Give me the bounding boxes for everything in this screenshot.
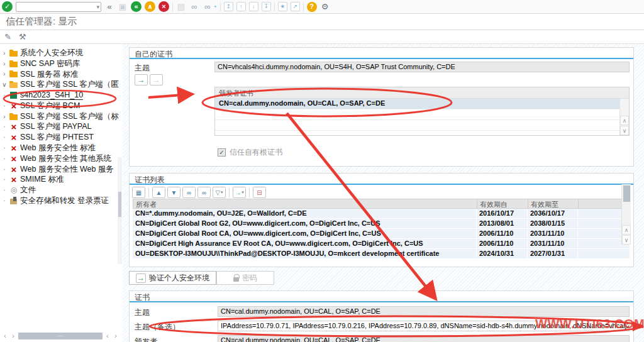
find-next-icon[interactable]: ∞ [197,187,211,198]
tree-item-label: s4h2023_S4H_10 [20,91,83,100]
tree-item[interactable]: · Web 服务安全性 标准 [0,143,123,153]
issuer-row[interactable] [215,109,621,120]
previous-page-icon[interactable]: ↑ [236,2,246,11]
scroll-right-icon[interactable]: › [10,333,16,339]
scroll-down-icon[interactable]: ∨ [620,126,629,135]
help-icon[interactable]: ? [307,2,317,12]
tree-expander-icon[interactable]: · [1,123,8,130]
scroll-up-icon[interactable]: ∧ [620,116,629,125]
grid-vertical-scrollbar[interactable]: ∧ ∨ [621,184,631,245]
scrollbar-thumb[interactable] [118,192,121,217]
detail-issuer-field[interactable]: CN=cal.dummy.nodomain, OU=CAL, O=SAP, C=… [218,335,630,342]
title-bar: 信任管理器: 显示 [0,14,644,30]
chevron-down-icon[interactable]: ▾ [96,4,99,10]
scroll-left-icon[interactable]: ‹ [104,333,111,339]
tree-item[interactable]: · SMIME 标准 [0,175,123,185]
first-page-icon[interactable]: ↥ [224,2,233,11]
back-icon[interactable]: « [131,1,142,12]
tree-vertical-scrollbar[interactable] [118,157,122,264]
next-page-icon[interactable]: ↓ [249,2,258,11]
command-field[interactable]: ▾ [16,2,101,12]
scrollbar-thumb[interactable] [623,185,630,202]
table-row[interactable]: OU=DESKTOP-I3MOUJU\\ThinkPad@DESKTOP-I3M… [133,249,630,259]
collapse-icon[interactable]: « [104,2,114,11]
last-page-icon[interactable]: ↧ [262,2,271,11]
scroll-down-icon[interactable]: ∨ [622,235,631,245]
tree-expander-icon[interactable]: · [1,155,8,162]
table-row[interactable]: CN=DigiCert High Assurance EV Root CA, O… [133,239,630,249]
tree-expander-icon[interactable]: · [1,197,8,204]
issuer-row[interactable] [215,120,621,131]
tree-item[interactable]: · SSL 客户端 PAYPAL [0,122,123,133]
tree-item[interactable]: › 系统个人安全环境 [0,48,123,58]
cancel-icon[interactable]: × [158,1,169,12]
issuer-row[interactable]: CN=cal.dummy.nodomain, OU=CAL, O=SAP, C=… [215,99,621,109]
trust-own-root-checkbox[interactable]: ✓ [218,148,226,157]
export-certificate-button[interactable]: → [135,74,148,86]
save-icon[interactable]: ▣ [118,2,128,11]
sort-descending-icon[interactable]: ▼ [167,187,180,198]
table-row[interactable]: CN=*.dummy.nodomain, OU=J2E, O=Walldorf,… [133,209,630,219]
tree-item[interactable]: › SSL 服务器 标准 [0,69,123,80]
tree-expander-icon[interactable]: › [1,113,8,120]
tree-item[interactable]: · Web 服务安全性 Web 服务 [0,164,123,175]
filter-icon[interactable]: ▽▾ [213,187,226,198]
find-next-icon[interactable]: ∞ [203,2,213,11]
settings-gear-icon[interactable]: ⚙ [320,2,330,11]
detail-subject-field[interactable]: CN=cal.dummy.nodomain, OU=CAL, O=SAP, C=… [218,306,630,317]
column-header-valid-to[interactable]: 有效期至 [528,199,579,208]
tree-expander-icon[interactable]: › [1,60,8,67]
detail-subject-alt-field[interactable]: IPAddress=10.79.0.71, IPAddress=10.79.0.… [218,321,630,331]
find-icon[interactable]: ∞ [182,187,196,198]
import-certificate-button[interactable]: → [150,74,163,86]
password-button[interactable]: 密码 [216,271,274,285]
tree-expander-icon[interactable]: › [1,50,8,57]
tree-node-icon [9,155,18,163]
tree-expander-icon[interactable]: ∨ [1,81,8,88]
export-icon[interactable]: →▾ [233,187,246,198]
tree-expander-icon[interactable]: · [1,92,8,99]
tree-item[interactable]: › SSL 客户端 SSL 客户端（标 [0,111,123,122]
table-row[interactable]: CN=DigiCert Global Root CA, OU=www.digic… [133,229,630,239]
enter-icon[interactable]: ✓ [2,1,13,12]
own-subject-field[interactable]: CN=vhcals4hci.dummy.nodomain, OU=S4H, O=… [214,62,630,72]
find-icon[interactable]: ∞ [189,2,199,11]
tree-item[interactable]: › SNC SAP 密码库 [0,58,123,69]
tree-item[interactable]: · 文件 [0,185,123,196]
tree-expander-icon[interactable]: · [1,166,8,173]
filter-glyph: ▽ [215,189,220,196]
detail-view-icon[interactable]: ▦ [132,187,145,198]
issuer-list-scrollbar[interactable]: ∧ ∨ [619,99,629,135]
tree-horizontal-scrollbar[interactable]: ‹ › ⋯ ‹ › [2,332,119,340]
tree-expander-icon[interactable]: · [1,145,8,152]
exit-icon[interactable]: ∧ [145,1,155,12]
cell-valid-to: 2027/01/31 [528,249,578,258]
table-row[interactable]: CN=DigiCert Global Root G2, OU=www.digic… [133,219,630,229]
scroll-left-icon[interactable]: ‹ [2,333,8,339]
scroll-up-icon[interactable]: ∧ [622,225,631,234]
tree-expander-icon[interactable]: · [1,134,8,141]
tree-expander-icon[interactable]: · [1,176,8,183]
scrollbar-thumb[interactable]: ⋯ [18,333,103,339]
print-icon[interactable]: ▤ [176,2,186,11]
tree-expander-icon[interactable]: › [1,70,8,77]
scroll-right-icon[interactable]: › [113,333,119,339]
display-change-icon[interactable]: ✎ [4,32,11,41]
delete-local-file-icon[interactable]: ⊟ [253,187,266,198]
tree-item[interactable]: · s4h2023_S4H_10 [0,90,123,101]
tree-item[interactable]: · 安全存储和转发 登录票证 [0,196,123,206]
tree-expander-icon[interactable]: · [1,102,8,109]
column-header-owner[interactable]: 所有者 [133,199,477,208]
column-header-valid-from[interactable]: 有效期自 [477,199,528,208]
grid-body: CN=*.dummy.nodomain, OU=J2E, O=Walldorf,… [133,209,630,259]
tree-item[interactable]: · SSL 客户端 BCM [0,101,123,111]
tree-expander-icon[interactable]: · [1,187,8,194]
tree-item[interactable]: ∨ SSL 客户端 SSL 客户端（匿 [0,79,123,90]
verify-pse-button[interactable]: → 验证个人安全环境 [129,271,216,285]
new-session-icon[interactable]: ★ [278,2,287,11]
tree-item[interactable]: · SSL 客户端 PHTEST [0,132,123,143]
tree-item[interactable]: · Web 服务安全性 其他系统 [0,153,123,164]
sort-ascending-icon[interactable]: ▲ [152,187,165,198]
distribute-icon[interactable]: ⚒ [19,32,26,41]
create-shortcut-icon[interactable]: ↗ [291,2,300,11]
